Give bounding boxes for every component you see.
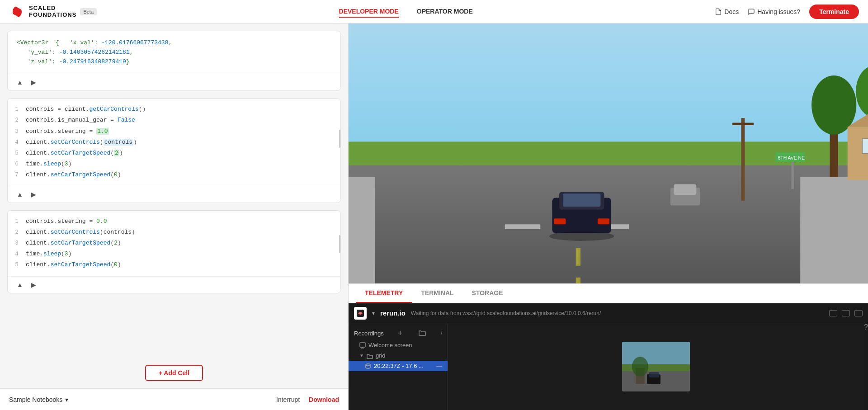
svg-rect-0 xyxy=(349,24,868,154)
recordings-add-button[interactable]: + xyxy=(398,329,403,338)
svg-point-30 xyxy=(549,231,614,241)
cell-3-run-button[interactable]: ▶ xyxy=(29,280,38,289)
code-cell-1: <Vector3r { 'x_val': -120.01766967773438… xyxy=(7,31,341,91)
rerun-logo xyxy=(354,307,367,320)
cell-3-code: 1 controls.steering = 0.0 2 client.setCa… xyxy=(8,211,340,276)
tab-terminal[interactable]: TERMINAL xyxy=(412,284,462,303)
svg-rect-3 xyxy=(349,177,375,283)
footer-actions: Interrupt Download xyxy=(276,396,339,403)
rerun-window-controls xyxy=(829,310,863,316)
rerun-body: Recordings + / Welcome screen xyxy=(349,323,868,410)
simulator-scene: 6TH AVE NE xyxy=(349,24,868,283)
recordings-path: / xyxy=(441,330,442,337)
code-line-3-3: 3 client.setCarTargetSpeed(2) xyxy=(8,238,340,249)
tab-telemetry[interactable]: TELEMETRY xyxy=(356,284,412,303)
code-line-2-6: 6 time.sleep(3) xyxy=(8,159,340,170)
code-cell-3: 1 controls.steering = 0.0 2 client.setCa… xyxy=(7,210,341,293)
rerun-main-content xyxy=(448,323,864,410)
scrollbar-indicator-3 xyxy=(339,235,340,253)
chevron-down-icon: ▾ xyxy=(65,396,68,403)
screen-icon xyxy=(359,342,366,349)
tab-storage[interactable]: STORAGE xyxy=(463,284,512,303)
recordings-item-session[interactable]: 20:22:37Z - 17.6 ... — xyxy=(349,361,448,371)
cell-2-collapse-button[interactable]: ▲ xyxy=(15,190,25,199)
cell-3-collapse-button[interactable]: ▲ xyxy=(15,280,25,289)
cell-2-run-button[interactable]: ▶ xyxy=(29,190,38,199)
tab-bar: TELEMETRY TERMINAL STORAGE xyxy=(349,284,868,303)
logo-foundations: FOUNDATIONS xyxy=(29,12,76,18)
code-line-3-2: 2 client.setCarControls(controls) xyxy=(8,227,340,238)
rerun-sidebar: Recordings + / Welcome screen xyxy=(349,323,448,410)
code-cell-2: 1 controls = client.getCarControls() 2 c… xyxy=(7,98,341,203)
session-remove-icon[interactable]: — xyxy=(436,363,442,369)
rerun-window-icon-3[interactable] xyxy=(854,310,863,316)
svg-rect-32 xyxy=(674,184,697,195)
bottom-section: TELEMETRY TERMINAL STORAGE ▾ rerun.io xyxy=(349,283,868,410)
scrollbar-indicator-2 xyxy=(339,130,340,148)
cell-output-1: <Vector3r { 'x_val': -120.01766967773438… xyxy=(8,31,340,74)
rerun-title: rerun.io xyxy=(380,309,406,317)
svg-rect-29 xyxy=(598,218,609,224)
cell-1-controls: ▲ ▶ xyxy=(8,74,340,90)
expand-triangle-icon: ▼ xyxy=(359,353,364,358)
recordings-header: Recordings + / xyxy=(349,327,448,340)
right-panel: 6TH AVE NE xyxy=(348,24,868,410)
svg-text:6TH AVE NE: 6TH AVE NE xyxy=(778,156,805,160)
svg-rect-38 xyxy=(360,343,365,347)
rerun-window-icon-1[interactable] xyxy=(829,310,837,316)
logo-text: SCALED FOUNDATIONS xyxy=(29,5,76,18)
nav-operator-mode[interactable]: OPERATOR MODE xyxy=(417,6,473,18)
database-icon xyxy=(365,363,371,369)
code-line-2-3: 3 controls.steering = 1.0 xyxy=(8,126,340,137)
recordings-folder-icon[interactable] xyxy=(419,329,426,338)
main-layout: <Vector3r { 'x_val': -120.01766967773438… xyxy=(0,24,868,410)
chat-icon xyxy=(748,8,755,15)
rerun-dropdown-icon[interactable]: ▾ xyxy=(372,310,375,316)
code-line-2-1: 1 controls = client.getCarControls() xyxy=(8,104,340,115)
svg-rect-40 xyxy=(622,342,690,367)
docs-icon xyxy=(715,8,722,15)
rerun-logo-icon xyxy=(356,309,365,318)
code-line-3-5: 5 client.setCarTargetSpeed(0) xyxy=(8,259,340,270)
svg-rect-28 xyxy=(554,218,566,224)
scene-preview-thumbnail xyxy=(622,342,690,391)
notebook-selector[interactable]: Sample Notebooks ▾ xyxy=(9,396,68,403)
svg-rect-46 xyxy=(649,372,659,377)
header: SCALED FOUNDATIONS Beta DEVELOPER MODE O… xyxy=(0,0,868,24)
cell-3-controls: ▲ ▶ xyxy=(8,276,340,293)
notebook-content: <Vector3r { 'x_val': -120.01766967773438… xyxy=(0,24,348,361)
cell-1-collapse-button[interactable]: ▲ xyxy=(15,78,25,87)
interrupt-button[interactable]: Interrupt xyxy=(276,396,300,403)
svg-rect-4 xyxy=(800,177,868,283)
svg-rect-19 xyxy=(862,139,868,154)
issues-link[interactable]: Having issues? xyxy=(748,8,800,15)
download-button[interactable]: Download xyxy=(309,396,339,403)
docs-link[interactable]: Docs xyxy=(715,8,739,15)
svg-rect-35 xyxy=(576,248,580,266)
svg-rect-33 xyxy=(741,118,745,201)
cell-1-run-button[interactable]: ▶ xyxy=(29,78,38,87)
cell-2-code: 1 controls = client.getCarControls() 2 c… xyxy=(8,99,340,186)
recordings-item-welcome[interactable]: Welcome screen xyxy=(349,340,448,350)
recordings-item-grid[interactable]: ▼ grid xyxy=(349,350,448,361)
folder-icon xyxy=(367,353,373,359)
code-line-2-7: 7 client.setCarTargetSpeed(0) xyxy=(8,170,340,180)
header-nav: DEVELOPER MODE OPERATOR MODE xyxy=(106,6,706,18)
terminate-button[interactable]: Terminate xyxy=(809,5,859,19)
add-cell-button[interactable]: + Add Cell xyxy=(145,365,203,381)
notebook-panel: <Vector3r { 'x_val': -120.01766967773438… xyxy=(0,24,348,410)
notebook-footer: Sample Notebooks ▾ Interrupt Download xyxy=(0,388,348,410)
add-cell-area: + Add Cell xyxy=(0,361,348,388)
rerun-window-icon-2[interactable] xyxy=(842,310,850,316)
rerun-header: ▾ rerun.io Waiting for data from wss://g… xyxy=(349,303,868,323)
svg-rect-27 xyxy=(563,193,601,207)
rerun-status: Waiting for data from wss://grid.scaledf… xyxy=(411,310,824,316)
help-icon[interactable]: ? xyxy=(864,323,868,410)
nav-developer-mode[interactable]: DEVELOPER MODE xyxy=(339,6,399,18)
cell-2-controls: ▲ ▶ xyxy=(8,186,340,203)
code-line-2-5: 5 client.setCarTargetSpeed(2) xyxy=(8,148,340,159)
code-line-3-1: 1 controls.steering = 0.0 xyxy=(8,216,340,227)
code-line-2-2: 2 controls.is_manual_gear = False xyxy=(8,115,340,126)
code-line-3-4: 4 time.sleep(3) xyxy=(8,249,340,259)
code-line-2-4: 4 client.setCarControls(controls) xyxy=(8,137,340,148)
